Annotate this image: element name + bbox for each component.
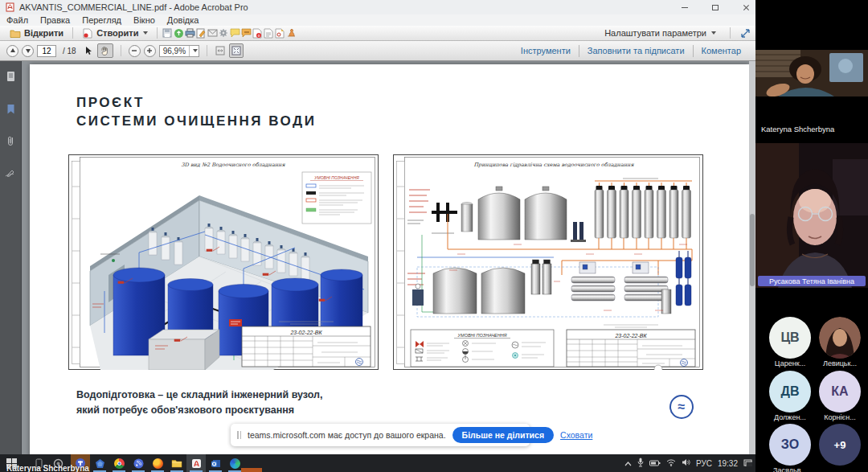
show-desktop-icon[interactable]: [743, 459, 752, 468]
system-tray: РУС 19:32: [624, 458, 755, 469]
chrome-icon[interactable]: [109, 454, 129, 472]
akvantis-logo-icon: ≈: [669, 395, 694, 419]
file-explorer-icon[interactable]: [167, 454, 186, 472]
screen-share-banner: teams.microsoft.com має доступ до вашого…: [231, 424, 530, 446]
page-nav-toolbar: / 18 96,9% Інструменти Заповнити та підп…: [0, 41, 755, 61]
open-button[interactable]: Відкрити: [5, 26, 68, 40]
combine-files-icon[interactable]: [263, 27, 274, 39]
create-button[interactable]: Створити: [77, 26, 153, 40]
firefox-icon[interactable]: [148, 454, 167, 472]
select-cursor-icon[interactable]: [83, 45, 94, 56]
avatar-overflow-count[interactable]: +9: [819, 424, 861, 466]
stamp-icon[interactable]: [285, 27, 297, 39]
outlook-icon[interactable]: [206, 454, 225, 472]
customize-button[interactable]: Налаштувати параметри: [600, 27, 721, 39]
pdf-page: ПРОЄКТ СИСТЕМИ ОЧИЩЕННЯ ВОДИ: [30, 64, 749, 454]
avatar-label-levytska: Левицьк...: [815, 359, 865, 367]
vertical-scrollbar[interactable]: [749, 61, 755, 454]
edit-page-icon[interactable]: [195, 27, 207, 39]
avatar-label-tsarenko: Царенк...: [765, 359, 815, 367]
right-drawing-schematic: Принципова гідравлічна схема водоочисног…: [393, 154, 703, 370]
gear-icon[interactable]: [218, 27, 229, 39]
fit-width-icon[interactable]: [215, 45, 226, 56]
acrobat-window: AKVANTIS_COMMERCIAL_LINE.pdf - Adobe Acr…: [0, 0, 755, 454]
taskbar: РУС 19:32: [0, 454, 755, 472]
presenter-overlay-name: Kateryna Shcherbyna: [6, 464, 89, 472]
save-icon[interactable]: [162, 27, 173, 39]
caption-line1: Водопідготовка – це складний інженерний …: [76, 388, 322, 403]
avatar-tsarenko[interactable]: ЦВ: [769, 317, 811, 359]
next-page-button[interactable]: [22, 45, 34, 57]
menu-help[interactable]: Довідка: [167, 15, 199, 25]
avatar-label-korniienko: Корнієн...: [815, 413, 865, 421]
battery-icon[interactable]: [649, 459, 661, 468]
share-message: teams.microsoft.com має доступ до вашого…: [248, 430, 446, 440]
menu-window[interactable]: Вікно: [133, 15, 155, 25]
dell-app-icon[interactable]: [90, 454, 109, 472]
fit-page-button[interactable]: [229, 43, 244, 58]
menu-file[interactable]: Файл: [6, 15, 28, 25]
zoom-in-button[interactable]: [144, 45, 156, 57]
window-title: AKVANTIS_COMMERCIAL_LINE.pdf - Adobe Acr…: [19, 2, 248, 12]
participant-name-2: Русакова Тетяна Іванівна: [758, 276, 866, 286]
secure-pdf-icon[interactable]: [274, 27, 285, 39]
hide-banner-link[interactable]: Сховати: [560, 430, 592, 440]
previous-page-button[interactable]: [6, 45, 18, 57]
svg-text:3D вид №2 Водоочисного обладна: 3D вид №2 Водоочисного обладнання: [181, 162, 285, 168]
annotate-bubble-icon[interactable]: [240, 27, 252, 39]
resize-arrows-icon[interactable]: [739, 27, 751, 39]
viber-icon[interactable]: [129, 454, 148, 472]
svg-text:УМОВНІ ПОЗНАЧЕННЯ: УМОВНІ ПОЗНАЧЕННЯ: [457, 333, 507, 338]
volume-icon[interactable]: [682, 458, 690, 468]
chevron-down-icon: [143, 31, 148, 35]
video-tile-1[interactable]: Kateryna Shcherbyna: [755, 50, 868, 138]
print-icon[interactable]: [184, 27, 195, 39]
slide-caption: Водопідготовка – це складний інженерний …: [76, 388, 322, 418]
video-feed-1: [755, 50, 868, 96]
avatar-levytska-photo[interactable]: [819, 317, 861, 359]
language-indicator[interactable]: РУС: [696, 459, 712, 468]
zoom-level-value: 96,9%: [160, 47, 189, 55]
slide-title-line1: ПРОЄКТ: [76, 95, 145, 111]
scrollbar-thumb[interactable]: [750, 214, 755, 286]
zoom-level-dropdown[interactable]: 96,9%: [159, 45, 199, 57]
email-icon[interactable]: [207, 27, 218, 39]
zoom-out-button[interactable]: [129, 45, 141, 57]
acrobat-taskbar-icon[interactable]: [186, 454, 206, 472]
clock[interactable]: 19:32: [718, 459, 738, 468]
page-number-input[interactable]: [37, 45, 56, 57]
fill-sign-button[interactable]: Заповнити та підписати: [579, 46, 693, 55]
acrobat-app-icon: [4, 2, 15, 13]
menu-view[interactable]: Перегляд: [82, 15, 121, 25]
avatar-dolzhenko[interactable]: ДВ: [769, 371, 811, 412]
comment-button[interactable]: Коментар: [694, 46, 749, 55]
comment-bubble-icon[interactable]: [229, 27, 240, 39]
document-canvas[interactable]: ПРОЄКТ СИСТЕМИ ОЧИЩЕННЯ ВОДИ: [22, 61, 755, 454]
chevron-down-icon: [193, 49, 198, 52]
page-thumbnails-icon[interactable]: [6, 71, 16, 85]
tray-expand-icon[interactable]: [624, 459, 632, 468]
navigation-rail: [0, 61, 22, 454]
wifi-icon[interactable]: [666, 459, 676, 468]
bookmarks-icon[interactable]: [6, 103, 15, 117]
menu-edit[interactable]: Правка: [40, 15, 70, 25]
signature-icon[interactable]: [5, 167, 16, 182]
share-cloud-icon[interactable]: [173, 27, 184, 39]
close-button[interactable]: [741, 2, 751, 12]
avatar-zasiadv[interactable]: ЗО: [769, 424, 811, 466]
create-pdf-icon: [82, 27, 93, 39]
maximize-button[interactable]: [710, 2, 720, 12]
avatar-korniienko[interactable]: КА: [819, 371, 861, 412]
hand-tool-button[interactable]: [97, 43, 113, 58]
tools-button[interactable]: Інструменти: [513, 46, 579, 55]
microphone-icon[interactable]: [637, 458, 644, 469]
export-pdf-icon[interactable]: [252, 27, 263, 39]
video-tile-2[interactable]: Русакова Тетяна Іванівна: [755, 143, 868, 288]
slide-title-line2: СИСТЕМИ ОЧИЩЕННЯ ВОДИ: [76, 113, 316, 129]
main-toolbar: Відкрити Створити Налаштувати: [0, 26, 755, 41]
stop-sharing-button[interactable]: Більше не ділитися: [452, 427, 554, 443]
drag-handle-icon[interactable]: [237, 431, 241, 439]
minimize-button[interactable]: [680, 2, 690, 12]
attachments-icon[interactable]: [6, 135, 15, 150]
avatar-label-dolzhenko: Должен...: [765, 413, 815, 421]
